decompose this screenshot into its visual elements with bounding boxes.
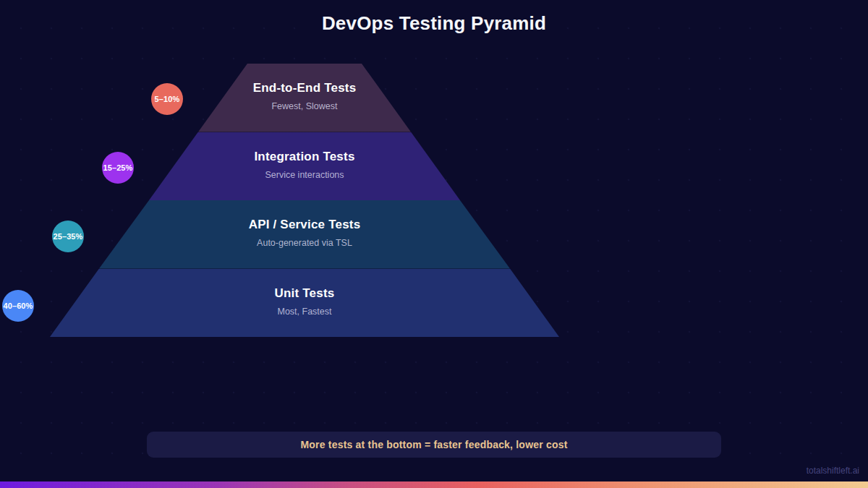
layer-title: Integration Tests: [149, 150, 460, 164]
percentage-badge-integration-tests: 15–25%: [102, 152, 134, 184]
layer-text: Integration TestsService interactions: [149, 150, 460, 180]
percentage-badge-unit-tests: 40–60%: [2, 290, 34, 322]
layer-text: Unit TestsMost, Fastest: [50, 286, 559, 317]
pyramid-layer-unit-tests: Unit TestsMost, Fastest: [50, 269, 559, 338]
note-banner: More tests at the bottom = faster feedba…: [147, 432, 721, 458]
layer-subtitle: Service interactions: [149, 170, 460, 180]
layer-title: API / Service Tests: [99, 218, 510, 233]
layer-subtitle: Auto-generated via TSL: [99, 239, 510, 249]
layer-title: End-to-End Tests: [198, 82, 411, 96]
bottom-gradient-bar: [0, 481, 868, 488]
pyramid-layer-end-to-end-tests: End-to-End TestsFewest, Slowest: [198, 64, 411, 132]
layer-text: API / Service TestsAuto-generated via TS…: [99, 218, 510, 249]
layer-text: End-to-End TestsFewest, Slowest: [198, 82, 411, 112]
layer-subtitle: Most, Fastest: [50, 307, 559, 317]
note-text: More tests at the bottom = faster feedba…: [300, 439, 567, 450]
percentage-badge-api-service-tests: 25–35%: [52, 221, 84, 252]
layer-subtitle: Fewest, Slowest: [198, 102, 411, 112]
watermark: totalshiftleft.ai: [807, 466, 859, 476]
pyramid-layer-api-service-tests: API / Service TestsAuto-generated via TS…: [99, 200, 510, 269]
testing-pyramid-diagram: End-to-End TestsFewest, Slowest5–10%Inte…: [0, 0, 868, 488]
layer-title: Unit Tests: [50, 286, 559, 301]
percentage-badge-end-to-end-tests: 5–10%: [151, 83, 183, 115]
pyramid-layer-integration-tests: Integration TestsService interactions: [149, 132, 460, 201]
